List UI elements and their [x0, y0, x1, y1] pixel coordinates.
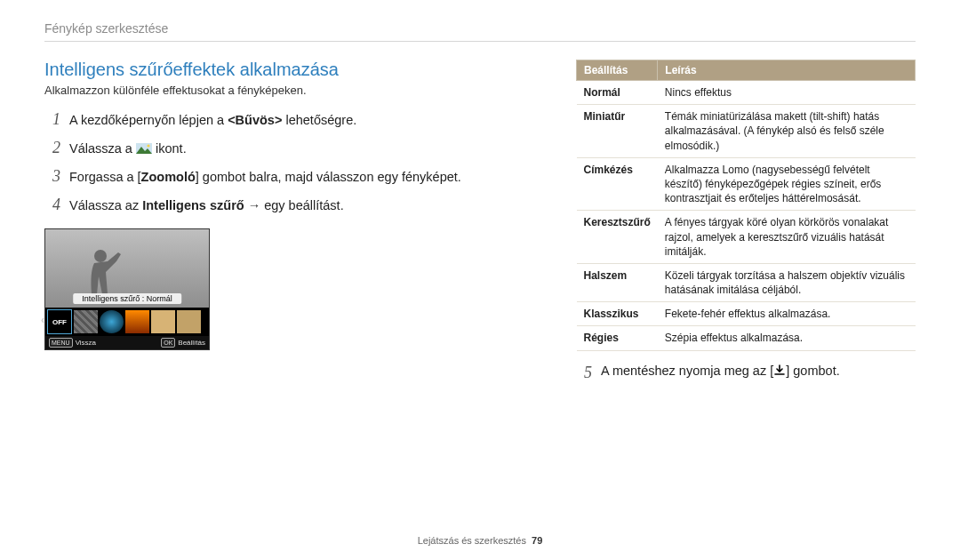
- list-item: 3Forgassa a [Zoomoló] gombot balra, majd…: [44, 164, 551, 188]
- step-number: 5: [576, 364, 592, 382]
- filter-off-button[interactable]: OFF: [47, 309, 72, 334]
- step-text: Válassza a ikont.: [69, 140, 187, 158]
- option-name: Címkézés: [577, 157, 658, 211]
- step-text: Forgassa a [Zoomoló] gombot balra, majd …: [69, 168, 461, 187]
- table-row: MiniatűrTémák miniatürizálása makett (ti…: [577, 105, 916, 158]
- option-name: Normál: [577, 81, 658, 105]
- table-row: KlasszikusFekete-fehér effektus alkalmaz…: [577, 302, 916, 326]
- step-number: 3: [44, 164, 60, 188]
- option-desc: Közeli tárgyak torzítása a halszem objek…: [658, 263, 916, 301]
- divider: [44, 41, 916, 42]
- table-head-desc: Leírás: [658, 60, 916, 81]
- filter-thumb-icon[interactable]: [125, 310, 149, 333]
- option-name: Keresztszűrő: [577, 211, 658, 264]
- option-desc: Témák miniatürizálása makett (tilt-shift…: [658, 105, 916, 158]
- step-number: 4: [44, 193, 60, 216]
- softkey-set[interactable]: OK Beállítás: [161, 338, 205, 348]
- option-desc: Alkalmazza Lomo (nagysebességű felvételt…: [658, 157, 916, 211]
- filter-thumb-icon[interactable]: [74, 310, 98, 333]
- preview-softkeys: MENU Vissza OK Beállítás: [45, 336, 209, 349]
- ok-key-icon: OK: [161, 338, 175, 348]
- table-row: CímkézésAlkalmazza Lomo (nagysebességű f…: [577, 157, 916, 211]
- step-text: A kezdőképernyőn lépjen a <Bűvös> lehető…: [69, 111, 356, 130]
- list-item: 1A kezdőképernyőn lépjen a <Bűvös> lehet…: [44, 108, 551, 131]
- option-name: Halszem: [577, 263, 658, 301]
- filter-thumbs: OFF: [45, 308, 209, 336]
- list-item: 2Válassza a ikont.: [44, 136, 551, 159]
- step-text: A mentéshez nyomja meg az [] gombot.: [601, 364, 840, 382]
- photo-icon: [136, 143, 152, 154]
- table-row: RégiesSzépia effektus alkalmazása.: [577, 326, 916, 350]
- download-icon: [773, 364, 786, 377]
- footer-chapter: Lejátszás és szerkesztés: [418, 535, 526, 546]
- menu-key-icon: MENU: [49, 338, 73, 348]
- option-desc: Szépia effektus alkalmazása.: [658, 326, 916, 350]
- list-item: 4Válassza az Intelligens szűrő → egy beá…: [44, 193, 551, 216]
- option-name: Miniatűr: [577, 105, 658, 158]
- option-desc: A fényes tárgyak köré olyan körkörös von…: [658, 211, 916, 264]
- filter-label: Intelligens szűrő : Normál: [73, 293, 181, 304]
- page-footer: Lejátszás és szerkesztés 79: [0, 535, 960, 546]
- footer-page-number: 79: [532, 535, 542, 546]
- table-row: HalszemKözeli tárgyak torzítása a halsze…: [577, 263, 916, 301]
- softkey-back[interactable]: MENU Vissza: [49, 338, 96, 348]
- option-desc: Fekete-fehér effektus alkalmazása.: [658, 302, 916, 326]
- filter-thumb-icon[interactable]: [151, 310, 175, 333]
- softkey-back-label: Vissza: [76, 339, 96, 347]
- svg-point-3: [94, 250, 107, 262]
- settings-table: Beállítás Leírás NormálNincs effektusMin…: [576, 60, 916, 351]
- step-number: 1: [44, 108, 60, 131]
- preview-image: Intelligens szűrő : Normál: [45, 229, 209, 308]
- table-row: NormálNincs effektus: [577, 81, 916, 105]
- table-head-option: Beállítás: [577, 60, 658, 81]
- option-name: Klasszikus: [577, 302, 658, 326]
- section-title: Intelligens szűrőeffektek alkalmazása: [44, 60, 551, 80]
- filter-thumb-icon[interactable]: [100, 310, 124, 333]
- option-name: Régies: [577, 326, 658, 350]
- table-row: KeresztszűrőA fényes tárgyak köré olyan …: [577, 211, 916, 264]
- steps-list: 1A kezdőképernyőn lépjen a <Bűvös> lehet…: [44, 108, 551, 216]
- softkey-set-label: Beállítás: [178, 339, 205, 347]
- breadcrumb: Fénykép szerkesztése: [44, 21, 916, 36]
- step-5: 5 A mentéshez nyomja meg az [] gombot.: [576, 364, 916, 382]
- camera-preview: Intelligens szűrő : Normál OFF MENU Viss…: [44, 228, 210, 350]
- svg-point-2: [147, 144, 149, 147]
- step-number: 2: [44, 136, 60, 159]
- lead-text: Alkalmazzon különféle effektusokat a fén…: [44, 84, 551, 97]
- option-desc: Nincs effektus: [658, 81, 916, 105]
- step-text: Válassza az Intelligens szűrő → egy beál…: [69, 196, 344, 215]
- filter-thumb-icon[interactable]: [177, 310, 201, 333]
